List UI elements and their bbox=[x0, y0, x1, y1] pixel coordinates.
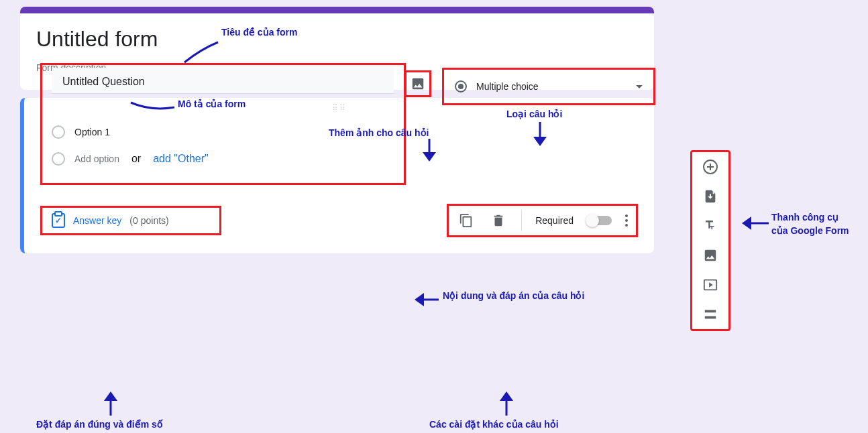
arrow-up-icon bbox=[101, 387, 121, 417]
question-content-area: Untitled Question Multiple choice Option… bbox=[40, 63, 406, 185]
text-icon bbox=[703, 219, 718, 233]
more-options-button[interactable] bbox=[625, 214, 628, 227]
add-option-row: Add option or add "Other" bbox=[52, 145, 394, 172]
answer-key-button[interactable]: ✓ Answer key (0 points) bbox=[40, 206, 221, 235]
question-type-label: Multiple choice bbox=[476, 81, 627, 92]
radio-icon bbox=[455, 80, 467, 92]
divider bbox=[521, 210, 522, 231]
add-video-button[interactable] bbox=[702, 277, 718, 293]
annotation-label: Loại câu hỏi bbox=[506, 109, 562, 119]
form-title-input[interactable]: Untitled form bbox=[36, 27, 158, 57]
add-other-button[interactable]: add "Other" bbox=[153, 153, 209, 165]
question-title-input[interactable]: Untitled Question bbox=[52, 68, 394, 94]
clipboard-check-icon: ✓ bbox=[52, 213, 65, 228]
annotation-label: Nội dung và đáp án của câu hỏi bbox=[443, 290, 584, 303]
radio-unchecked-icon bbox=[52, 125, 65, 139]
answer-key-label: Answer key bbox=[73, 215, 121, 226]
add-image-button[interactable] bbox=[404, 70, 431, 97]
points-label: (0 points) bbox=[129, 215, 168, 226]
question-card: ⠿⠿ Untitled Question Multiple choice Opt… bbox=[20, 98, 654, 253]
arrow-up-icon bbox=[496, 387, 517, 417]
question-settings-bar: Required bbox=[447, 204, 638, 237]
plus-circle-icon bbox=[702, 159, 718, 175]
add-image-button[interactable] bbox=[702, 247, 718, 263]
import-icon bbox=[703, 189, 718, 204]
annotation-label: Mô tả của form bbox=[178, 99, 246, 109]
annotation-label: Các cài đặt khác của câu hỏi bbox=[429, 419, 559, 430]
side-toolbar bbox=[690, 150, 730, 331]
chevron-down-icon bbox=[636, 85, 643, 88]
add-option-button[interactable]: Add option bbox=[74, 153, 119, 164]
video-icon bbox=[703, 277, 718, 292]
or-label: or bbox=[131, 153, 141, 165]
required-label: Required bbox=[535, 215, 574, 226]
annotation-label: Thêm ảnh cho câu hỏi bbox=[329, 127, 429, 138]
trash-icon bbox=[491, 213, 506, 228]
add-section-button[interactable] bbox=[702, 306, 718, 322]
required-toggle[interactable] bbox=[587, 216, 612, 225]
annotation-label: Tiêu đề của form bbox=[221, 27, 297, 38]
image-icon bbox=[411, 76, 425, 91]
delete-button[interactable] bbox=[489, 211, 508, 230]
annotation-label: Thanh công cụ của Google Form bbox=[771, 211, 849, 237]
image-icon bbox=[703, 248, 718, 263]
arrow-left-icon bbox=[411, 290, 440, 310]
copy-icon bbox=[459, 213, 474, 228]
radio-unchecked-icon bbox=[52, 152, 65, 166]
section-icon bbox=[703, 307, 718, 322]
annotation-label: Đặt đáp án đúng và điểm số bbox=[36, 419, 163, 430]
duplicate-button[interactable] bbox=[457, 211, 476, 230]
import-questions-button[interactable] bbox=[702, 188, 718, 204]
add-title-button[interactable] bbox=[702, 218, 718, 234]
add-question-button[interactable] bbox=[702, 159, 718, 175]
option-text[interactable]: Option 1 bbox=[74, 127, 110, 137]
question-type-dropdown[interactable]: Multiple choice bbox=[442, 68, 655, 105]
